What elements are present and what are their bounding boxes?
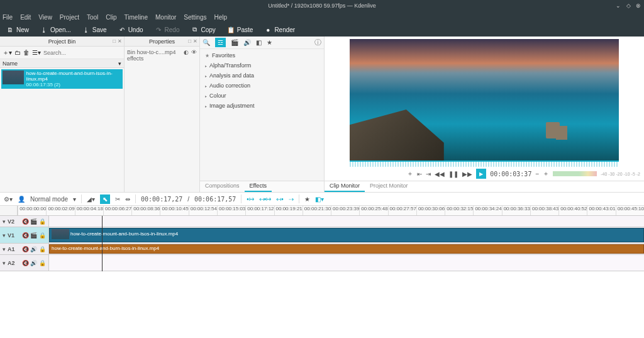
- track-head-v2[interactable]: ▾ V2🔇 🎬 🔒: [0, 216, 49, 227]
- track-head-a1[interactable]: ▾ A1🔇 🔊 🔒: [0, 244, 49, 254]
- menu-project[interactable]: Project: [60, 14, 79, 21]
- close-panel-icon[interactable]: ✕: [118, 38, 122, 44]
- zone-in-icon[interactable]: •↦: [247, 196, 254, 203]
- track-lane-v1[interactable]: how-to-create-mount-and-burn-isos-in-lin…: [49, 227, 644, 243]
- open-button[interactable]: ⭳Open...: [36, 25, 75, 35]
- menu-help[interactable]: Help: [214, 14, 228, 21]
- menu-settings[interactable]: Settings: [184, 14, 206, 21]
- spacer-tool-icon[interactable]: ⇹: [125, 196, 130, 203]
- render-button[interactable]: ●Render: [260, 25, 299, 35]
- track-lane-a2[interactable]: [49, 255, 644, 271]
- search-icon[interactable]: 🔍: [203, 39, 210, 46]
- play-button[interactable]: ▶: [476, 169, 486, 179]
- minus-icon[interactable]: −: [535, 171, 539, 177]
- bin-column-name[interactable]: Name▾: [0, 59, 124, 68]
- folder-icon[interactable]: 🗀: [14, 49, 21, 56]
- playhead[interactable]: [102, 216, 103, 271]
- track-head-v1[interactable]: ▾ V1🔇 🎬 🔒: [0, 227, 49, 243]
- user-icon[interactable]: 👤: [18, 196, 25, 203]
- timecode-display[interactable]: 00:00:03:37: [490, 171, 531, 177]
- copy-icon: ⧉: [191, 26, 198, 33]
- effects-category[interactable]: Image adjustment: [204, 101, 320, 111]
- favorite-effects-icon[interactable]: ★: [304, 196, 310, 203]
- menu-edit[interactable]: Edit: [20, 14, 31, 21]
- maximize-icon[interactable]: ◇: [625, 3, 631, 9]
- mode-label[interactable]: Normal mode: [30, 196, 68, 203]
- undock-icon[interactable]: □: [188, 38, 191, 44]
- forward-icon[interactable]: ▶▶: [462, 171, 472, 177]
- close-icon[interactable]: ⊗: [635, 3, 641, 9]
- razor-tool-icon[interactable]: ✂: [115, 196, 120, 203]
- tree-view-icon[interactable]: ☲: [215, 38, 226, 47]
- timeline-clip-video[interactable]: how-to-create-mount-and-burn-isos-in-lin…: [49, 228, 644, 242]
- track-v2: ▾ V2🔇 🎬 🔒: [0, 216, 644, 227]
- menu-clip[interactable]: Clip: [106, 14, 116, 21]
- enable-icon[interactable]: ◐: [184, 49, 189, 55]
- tab-project-monitor[interactable]: Project Monitor: [365, 181, 413, 192]
- tag-icon[interactable]: ☰▾: [32, 49, 41, 56]
- plus-icon[interactable]: ＋: [543, 169, 549, 178]
- file-icon: 🗎: [6, 26, 14, 33]
- redo-button[interactable]: ↷Redo: [151, 25, 184, 35]
- minimize-icon[interactable]: ⌄: [615, 3, 621, 9]
- new-button[interactable]: 🗎New: [3, 25, 33, 35]
- add-marker-icon[interactable]: ＋: [407, 169, 413, 178]
- audio-icon[interactable]: 🔊: [243, 39, 251, 46]
- video-preview[interactable]: [350, 39, 619, 161]
- select-tool-icon[interactable]: ⬉: [100, 194, 110, 204]
- timeline-tracks: ▾ V2🔇 🎬 🔒 ▾ V1🔇 🎬 🔒 how-to-create-mount-…: [0, 216, 644, 271]
- menu-tool[interactable]: Tool: [87, 14, 98, 21]
- visibility-icon[interactable]: 👁: [191, 49, 197, 55]
- tab-effects[interactable]: Effects: [245, 181, 272, 192]
- menu-view[interactable]: View: [38, 14, 52, 21]
- track-lane-a1[interactable]: how-to-create-mount-and-burn-isos-in-lin…: [49, 244, 644, 254]
- clip-thumbnail: [3, 70, 24, 84]
- position-display[interactable]: 00:00:17,27: [141, 196, 182, 203]
- pause-icon[interactable]: ❚❚: [448, 171, 458, 177]
- track-lane-v2[interactable]: [49, 216, 644, 227]
- menu-timeline[interactable]: Timeline: [125, 14, 148, 21]
- bin-search-input[interactable]: [43, 50, 121, 56]
- delete-icon[interactable]: 🗑: [23, 49, 30, 56]
- redo-icon: ↷: [155, 26, 162, 33]
- save-button[interactable]: ⭳Save: [79, 25, 111, 35]
- rewind-icon[interactable]: ◀◀: [435, 171, 445, 177]
- track-a1: ▾ A1🔇 🔊 🔒 how-to-create-mount-and-burn-i…: [0, 244, 644, 255]
- undock-icon[interactable]: □: [113, 38, 116, 44]
- undo-button[interactable]: ↶Undo: [114, 25, 147, 35]
- timeline-clip-audio[interactable]: how-to-create-mount-and-burn-isos-in-lin…: [49, 244, 644, 254]
- compositing-icon[interactable]: ◢▾: [87, 196, 95, 203]
- track-head-a2[interactable]: ▾ A2🔇 🔊 🔒: [0, 255, 49, 271]
- ruler-tick: 00:00:00:00: [18, 206, 46, 215]
- add-clip-button[interactable]: ＋▾: [3, 48, 12, 57]
- copy-button[interactable]: ⧉Copy: [187, 25, 219, 35]
- info-icon[interactable]: ⓘ: [314, 38, 321, 47]
- clip-thumb-icon: [52, 229, 69, 239]
- bin-clip-item[interactable]: how-to-create-mount-and-burn-isos-in-lin…: [1, 69, 123, 89]
- video-icon[interactable]: 🎬: [231, 39, 238, 46]
- menu-file[interactable]: File: [3, 14, 13, 21]
- custom-icon[interactable]: ◧: [256, 39, 262, 46]
- preview-render-icon[interactable]: ◧▾: [315, 196, 324, 203]
- tab-clip-monitor[interactable]: Clip Monitor: [325, 181, 365, 192]
- paste-button[interactable]: 📋Paste: [223, 25, 257, 35]
- zone-out-icon[interactable]: ↤•: [276, 196, 284, 203]
- monitor-ruler[interactable]: [350, 161, 619, 167]
- paste-icon: 📋: [227, 26, 235, 33]
- favorite-icon[interactable]: ★: [267, 39, 272, 46]
- menu-monitor[interactable]: Monitor: [155, 14, 176, 21]
- settings-icon[interactable]: ⚙▾: [4, 196, 13, 203]
- out-point-icon[interactable]: ⇥: [426, 171, 431, 177]
- overwrite-icon[interactable]: ⇢: [289, 196, 294, 203]
- in-point-icon[interactable]: ⇤: [417, 171, 422, 177]
- effects-category[interactable]: Alpha/Transform: [204, 60, 320, 70]
- effects-category[interactable]: Analysis and data: [204, 70, 320, 81]
- effects-category[interactable]: Audio correction: [204, 81, 320, 91]
- effects-category[interactable]: Colour: [204, 91, 320, 101]
- tab-compositions[interactable]: Compositions: [200, 181, 245, 192]
- close-panel-icon[interactable]: ✕: [193, 38, 197, 44]
- ruler-tick: 00:00:36:33: [502, 206, 530, 215]
- timeline-ruler[interactable]: 00:00:00:0000:00:02:0900:00:04:1800:00:0…: [18, 206, 644, 215]
- effects-category[interactable]: Favorites: [204, 50, 320, 60]
- zone-mid-icon[interactable]: ↤•↦: [259, 196, 272, 203]
